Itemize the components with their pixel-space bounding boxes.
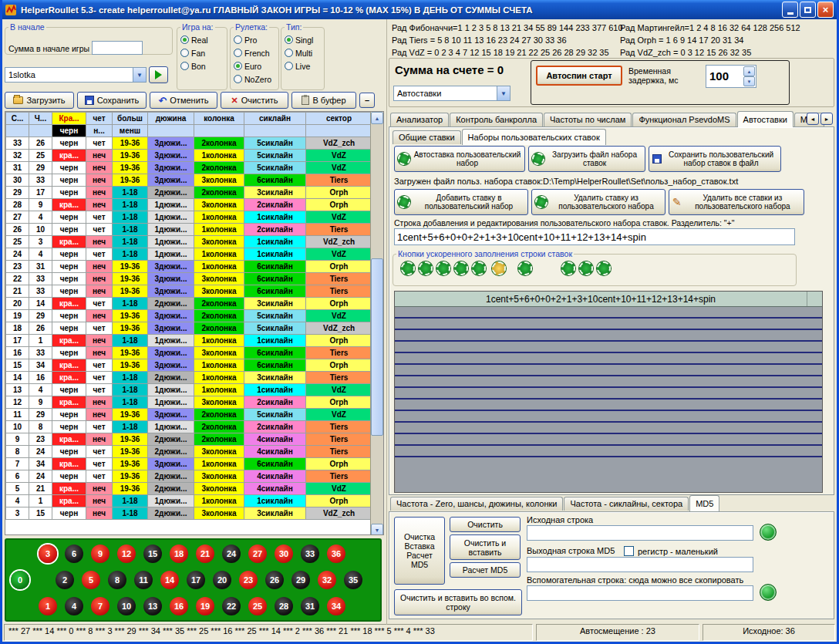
md5-calc-button[interactable]: Расчет MD5 [450,562,521,578]
history-row[interactable]: 171кра...неч1-181дюжи...1колонка1сиклайн… [6,335,372,347]
board-number-25[interactable]: 25 [248,597,267,615]
bet-string-input[interactable] [394,228,795,245]
maximize-button[interactable] [800,2,816,18]
board-number-35[interactable]: 35 [344,571,362,589]
board-number-20[interactable]: 20 [213,571,231,589]
md5-clear-paste-button[interactable]: Очистить и вставить [450,534,521,560]
board-number-6[interactable]: 6 [65,545,83,563]
board-number-13[interactable]: 13 [143,597,162,615]
md5-all-in-one-button[interactable]: Очистка Вставка Расчет MD5 [394,517,445,585]
radio-multi[interactable]: Multi [285,46,321,59]
scroll-down-icon[interactable]: ▼ [371,524,383,535]
spinner-up-icon[interactable]: ▲ [743,66,755,76]
scroll-up-icon[interactable]: ▲ [371,112,383,124]
history-row[interactable]: 1416кра...чет1-182дюжи...1колонка3сиклай… [6,372,372,384]
bet-list-row[interactable] [395,446,822,457]
tab-частоты-по-числам[interactable]: Частоты по числам [544,113,632,126]
history-row[interactable]: 824чернчет19-362дюжи...3колонка4сиклайнT… [6,446,372,458]
board-number-17[interactable]: 17 [187,571,205,589]
bet-list-row[interactable] [395,319,822,330]
quick-chip-button[interactable] [419,261,433,275]
board-number-9[interactable]: 9 [91,545,110,563]
delete-bet-button[interactable]: Удалить ставку из пользовательского набо… [531,189,665,215]
tab-функционал-psevdoms[interactable]: Функционал PsevdoMS [632,113,736,126]
autostake-user-set-button[interactable]: Автоставка пользовательский набор [394,146,525,172]
history-row[interactable]: 2233черннеч19-363дюжи...3колонка6сиклайн… [6,273,372,285]
bet-list-row[interactable] [395,400,822,411]
history-row[interactable]: 521кра...неч19-362дюжи...3колонка4сиклай… [6,483,372,495]
clear-button[interactable]: ✕ Очистить [221,92,288,109]
board-number-32[interactable]: 32 [318,571,336,589]
history-row[interactable]: 3225кра...неч19-363дюжи...1колонка5сикла… [6,150,372,162]
bet-list-row[interactable] [395,307,822,319]
chevron-down-icon[interactable]: ▼ [497,86,510,100]
helper-paste-button[interactable] [760,584,777,601]
radio-pro[interactable]: Pro [234,33,275,46]
history-row[interactable]: 2014кра...чет1-182дюжи...2колонка3сиклай… [6,298,372,310]
lowercase-checkbox[interactable] [624,546,634,556]
history-row[interactable]: 315черннеч1-182дюжи...3колонка3сиклайнVd… [6,507,372,520]
board-number-14[interactable]: 14 [160,571,179,589]
board-number-27[interactable]: 27 [248,545,267,563]
board-number-34[interactable]: 34 [327,597,345,615]
board-number-18[interactable]: 18 [170,545,188,563]
bet-list-row[interactable] [395,434,822,446]
board-number-23[interactable]: 23 [239,571,258,589]
save-set-to-file-button[interactable]: Сохранить пользовательский набор ставок … [649,146,781,172]
radio-fan[interactable]: Fan [180,46,224,59]
quick-chip-button[interactable] [401,261,415,275]
bet-list-row[interactable] [395,353,822,365]
history-row[interactable]: 253кра...неч1-181дюжи...3колонка1сиклайн… [6,236,372,248]
copy-to-buffer-button[interactable]: В буфер [291,92,356,109]
board-number-30[interactable]: 30 [275,545,293,563]
quick-chip-button[interactable] [561,261,575,275]
quick-chip-button[interactable] [454,261,468,275]
bet-list-row[interactable] [395,376,822,388]
history-row[interactable]: 2133черннеч19-363дюжи...3колонка6сиклайн… [6,285,372,298]
tab-md5[interactable]: MD5 [689,495,719,511]
autostakes-combo[interactable]: Автоставки ▼ [393,86,510,101]
tab-общие-ставки[interactable]: Общие ставки [393,130,461,144]
history-row[interactable]: 2610чернчет1-181дюжи...1колонка2сиклайнT… [6,224,372,236]
board-number-29[interactable]: 29 [291,571,310,589]
history-row[interactable]: 1129черннеч19-363дюжи...2колонка5сиклайн… [6,409,372,421]
bet-list-row[interactable] [395,411,822,423]
md5-output-input[interactable] [527,557,753,572]
board-number-22[interactable]: 22 [222,597,241,615]
history-row[interactable]: 2331черннеч19-363дюжи...1колонка6сиклайн… [6,261,372,273]
history-row[interactable]: 41кра...неч1-181дюжи...1колонка1сиклайнO… [6,495,372,507]
scrollbar-thumb[interactable] [371,258,383,436]
play-button[interactable] [149,66,168,83]
quick-chip-button[interactable] [518,261,532,275]
collapse-button[interactable]: – [359,93,375,108]
history-row[interactable]: 1633черннеч19-363дюжи...3колонка6сиклайн… [6,347,372,359]
quick-chip-button[interactable] [492,261,506,275]
history-row[interactable]: 244чернчет1-181дюжи...1колонка1сиклайнVd… [6,248,372,261]
history-row[interactable]: 3326чернчет19-363дюжи...2колонка5сиклайн… [6,137,372,150]
history-row[interactable]: 108чернчет1-181дюжи...2колонка2сиклайнTi… [6,421,372,433]
history-row[interactable]: 134чернчет1-181дюжи...1колонка1сиклайнVd… [6,384,372,396]
bet-list-row[interactable] [395,330,822,342]
radio-singl[interactable]: Singl [285,33,321,46]
delete-all-bets-button[interactable]: ✎Удалить все ставки из пользовательского… [669,189,804,215]
save-button[interactable]: Сохранить [77,92,147,109]
history-row[interactable]: 2917черннеч1-182дюжи...2колонка3сиклайнO… [6,187,372,199]
board-number-24[interactable]: 24 [222,545,241,563]
board-number-0[interactable]: 0 [11,571,29,589]
board-number-16[interactable]: 16 [170,597,188,615]
history-row[interactable]: 734кра...чет19-363дюжи...1колонка6сиклай… [6,458,372,470]
helper-clear-paste-button[interactable]: Очистить и вставить во вспом. строку [394,589,522,615]
board-number-8[interactable]: 8 [108,571,126,589]
autospin-start-button[interactable]: Автоспин старт [536,66,622,86]
bet-list-row[interactable] [395,365,822,376]
radio-bon[interactable]: Bon [180,59,224,72]
minimize-button[interactable] [782,2,798,18]
tab-частота-zero-шансы-дюжины-колонки[interactable]: Частота - Zero, шансы, дюжины, колонки [390,497,563,511]
tab-частота-сиклайны-сектора[interactable]: Частота - сиклайны, сектора [564,497,689,511]
board-number-10[interactable]: 10 [117,597,136,615]
tab-наборы-пользовательских-ставок[interactable]: Наборы пользовательских ставок [462,129,606,145]
helper-string-input[interactable] [527,585,753,601]
tab-scroll-left-button[interactable]: ◄ [807,113,819,125]
history-row[interactable]: 923кра...неч19-362дюжи...2колонка4сиклай… [6,433,372,446]
history-row[interactable]: 624чернчет19-362дюжи...3колонка4сиклайнT… [6,470,372,483]
